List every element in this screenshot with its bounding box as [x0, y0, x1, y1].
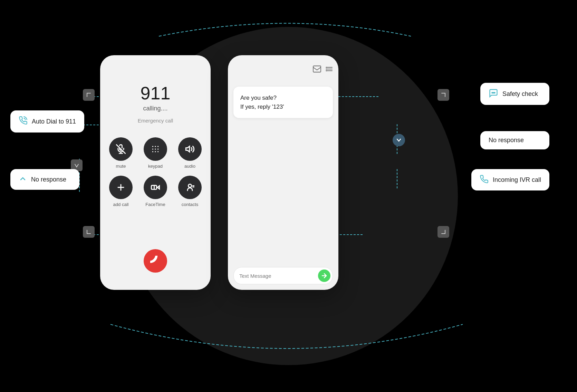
end-call-button[interactable]	[144, 249, 167, 273]
svg-point-37	[326, 70, 327, 71]
svg-point-38	[492, 92, 492, 93]
send-button[interactable]	[318, 270, 330, 282]
facetime-label: FaceTime	[145, 202, 165, 207]
no-response-right-label: No response	[489, 137, 524, 144]
keypad-button[interactable]: keypad	[142, 137, 169, 169]
call-status: calling....	[143, 105, 167, 112]
svg-point-28	[188, 184, 191, 187]
contacts-label: contacts	[182, 202, 198, 207]
svg-point-16	[157, 146, 158, 147]
facetime-icon-circle	[144, 176, 167, 199]
up-arrow-icon	[19, 175, 27, 184]
facetime-button[interactable]: FaceTime	[142, 176, 169, 207]
keypad-icon-circle	[144, 137, 167, 161]
phone-notch-right	[262, 55, 304, 65]
call-label: Emergency call	[138, 118, 173, 124]
mute-icon-circle	[109, 137, 133, 161]
audio-button[interactable]: audio	[176, 137, 204, 169]
add-call-button[interactable]: add call	[107, 176, 135, 207]
mute-label: mute	[116, 164, 126, 169]
ivr-call-card: Incoming IVR call	[471, 169, 549, 190]
no-response-left-card: No response	[10, 169, 79, 190]
phone-messaging-screen: Are you safe?If yes, reply '123'	[228, 55, 338, 290]
svg-rect-31	[313, 66, 321, 72]
auto-dial-label: Auto Dial to 911	[32, 118, 76, 125]
svg-point-22	[157, 151, 158, 152]
message-input-row[interactable]	[233, 267, 333, 284]
add-call-label: add call	[113, 202, 129, 207]
safety-check-label: Safety check	[502, 90, 538, 98]
svg-point-36	[326, 69, 327, 70]
svg-point-21	[155, 151, 156, 152]
call-number: 911	[141, 83, 171, 104]
audio-label: audio	[184, 164, 195, 169]
message-input[interactable]	[239, 273, 315, 279]
message-text: Are you safe?If yes, reply '123'	[240, 94, 326, 111]
call-buttons: mute	[107, 137, 204, 207]
chevron-node	[393, 134, 405, 146]
scene: 911 calling.... Emergency call	[0, 0, 577, 392]
svg-point-19	[157, 148, 158, 149]
audio-icon-circle	[178, 137, 202, 161]
safety-check-card: Safety check	[480, 83, 549, 105]
contacts-button[interactable]: contacts	[176, 176, 204, 207]
svg-point-40	[494, 92, 495, 93]
mute-button[interactable]: mute	[107, 137, 135, 169]
message-bubble: Are you safe?If yes, reply '123'	[233, 87, 333, 118]
no-response-left-label: No response	[31, 176, 66, 183]
svg-point-35	[326, 67, 327, 68]
connector-node-bottom-right	[437, 226, 449, 238]
add-call-icon-circle	[109, 176, 133, 199]
svg-point-15	[155, 146, 156, 147]
ivr-call-label: Incoming IVR call	[493, 176, 541, 184]
chat-icon	[489, 88, 498, 99]
menu-icon[interactable]	[325, 66, 333, 74]
phone-call-screen: 911 calling.... Emergency call	[100, 55, 211, 290]
phone-ring-icon	[19, 116, 28, 127]
svg-point-17	[152, 148, 153, 149]
keypad-label: keypad	[148, 164, 163, 169]
phone-notch	[135, 55, 176, 65]
phone-icon	[480, 175, 489, 185]
auto-dial-card: Auto Dial to 911	[10, 110, 84, 133]
svg-point-39	[493, 92, 494, 93]
connector-node-top-right	[437, 89, 449, 101]
svg-point-18	[155, 148, 156, 149]
connector-node-top-left	[83, 89, 95, 101]
email-icon[interactable]	[313, 66, 321, 74]
svg-point-20	[152, 151, 153, 152]
connector-node-bottom-left	[83, 226, 95, 238]
svg-marker-23	[186, 146, 190, 152]
no-response-right-card: No response	[480, 131, 549, 149]
contacts-icon-circle	[178, 176, 202, 199]
svg-point-14	[152, 146, 153, 147]
